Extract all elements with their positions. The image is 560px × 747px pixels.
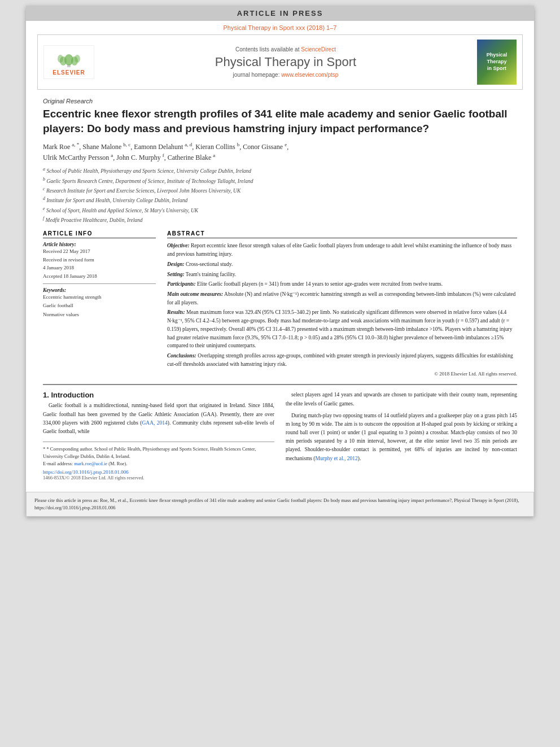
abstract-header: ABSTRACT xyxy=(167,230,517,238)
copyright-line: © 2018 Elsevier Ltd. All rights reserved… xyxy=(167,370,517,378)
keywords-label: Keywords: xyxy=(43,287,156,293)
journal-ref-text: Physical Therapy in Sport xxx (2018) 1–7 xyxy=(224,24,337,31)
intro-left-col: 1. Introduction Gaelic football is a mul… xyxy=(43,391,274,480)
received-date: Received 22 May 2017 xyxy=(43,247,156,255)
email-suffix: (M. Roe). xyxy=(108,461,127,466)
conclusions-label: Conclusions: xyxy=(167,353,196,359)
setting-text: Team's training facility. xyxy=(186,272,236,277)
objective-label: Objective: xyxy=(167,243,190,248)
journal-cover-text: PhysicalTherapyin Sport xyxy=(487,52,508,72)
abstract-text: Objective: Report eccentric knee flexor … xyxy=(167,242,517,378)
participants-label: Participants: xyxy=(167,281,196,287)
citation-text: Please cite this article in press as: Ro… xyxy=(34,497,519,510)
intro-paragraph-2: select players aged 14 years and upwards… xyxy=(286,391,517,408)
doi-line[interactable]: https://doi.org/10.1016/j.ptsp.2018.01.0… xyxy=(43,469,274,475)
accepted-date: Accepted 18 January 2018 xyxy=(43,272,156,280)
journal-center-info: Contents lists available at ScienceDirec… xyxy=(100,46,471,78)
history-label: Article history: xyxy=(43,242,156,247)
journal-cover-image: PhysicalTherapyin Sport xyxy=(477,40,517,85)
issn-line: 1466-853X/© 2018 Elsevier Ltd. All right… xyxy=(43,475,274,480)
intro-body-left: Gaelic football is a multidirectional, r… xyxy=(43,401,274,436)
article-title: Eccentric knee flexor strength profiles … xyxy=(43,107,517,136)
history-dates: Received 22 May 2017 Received in revised… xyxy=(43,247,156,280)
setting-paragraph: Setting: Team's training facility. xyxy=(167,270,517,279)
homepage-prefix: journal homepage: xyxy=(233,72,280,78)
participants-text: Elite Gaelic football players (n = 341) … xyxy=(197,281,443,287)
journal-header: ELSEVIER Contents lists available at Sci… xyxy=(37,34,523,90)
design-paragraph: Design: Cross-sectional study. xyxy=(167,260,517,269)
homepage-link[interactable]: www.elsevier.com/ptsp xyxy=(281,72,338,78)
footnote-email: E-mail address: mark.roe@ucd.ie (M. Roe)… xyxy=(43,460,274,468)
svg-point-5 xyxy=(75,55,80,63)
participants-paragraph: Participants: Elite Gaelic football play… xyxy=(167,280,517,289)
revised-date: 4 January 2018 xyxy=(43,264,156,272)
authors-line: Mark Roe a, *, Shane Malone b, c, Eamonn… xyxy=(43,141,517,163)
journal-title: Physical Therapy in Sport xyxy=(100,55,471,69)
introduction-section: 1. Introduction Gaelic football is a mul… xyxy=(43,391,517,480)
results-paragraph: Results: Mean maximum force was 329.4N (… xyxy=(167,308,517,350)
elsevier-wordmark: ELSEVIER xyxy=(53,69,85,76)
revised-label: Received in revised form xyxy=(43,256,156,264)
abstract-column: ABSTRACT Objective: Report eccentric kne… xyxy=(167,230,517,378)
page: ARTICLE IN PRESS Physical Therapy in Spo… xyxy=(26,6,534,517)
article-in-press-banner: ARTICLE IN PRESS xyxy=(26,6,534,21)
article-info-column: ARTICLE INFO Article history: Received 2… xyxy=(43,230,156,378)
objective-paragraph: Objective: Report eccentric knee flexor … xyxy=(167,242,517,258)
article-type: Original Research xyxy=(43,98,517,104)
intro-section-number: 1. Introduction xyxy=(43,391,274,399)
intro-paragraph-1: Gaelic football is a multidirectional, r… xyxy=(43,401,274,436)
article-info-header: ARTICLE INFO xyxy=(43,230,156,238)
section-divider xyxy=(43,384,517,385)
affiliations: a School of Public Health, Physiotherapy… xyxy=(43,166,517,225)
keywords-list: Eccentric hamstring strength Gaelic foot… xyxy=(43,293,156,319)
objective-text: Report eccentric knee flexor strength va… xyxy=(167,243,511,257)
intro-body-right: select players aged 14 years and upwards… xyxy=(286,391,517,463)
sciencedirect-link[interactable]: ScienceDirect xyxy=(301,46,336,53)
footnote-area: * * Corresponding author. School of Publ… xyxy=(43,442,274,467)
citation-box: Please cite this article in press as: Ro… xyxy=(26,492,534,517)
corresponding-author-text: * Corresponding author. School of Public… xyxy=(43,446,256,459)
results-text: Mean maximum force was 329.4N (95% CI 31… xyxy=(167,309,513,348)
intro-right-col: select players aged 14 years and upwards… xyxy=(286,391,517,480)
article-body: Original Research Eccentric knee flexor … xyxy=(26,92,534,486)
email-link[interactable]: mark.roe@ucd.ie xyxy=(74,461,107,466)
conclusions-paragraph: Conclusions: Overlapping strength profil… xyxy=(167,352,517,368)
measures-label: Main outcome measures: xyxy=(167,291,223,297)
design-label: Design: xyxy=(167,261,185,267)
footnote-corresponding: * * Corresponding author. School of Publ… xyxy=(43,445,274,460)
design-text: Cross-sectional study. xyxy=(186,261,233,267)
conclusions-text: Overlapping strength profiles across age… xyxy=(167,353,513,367)
article-info-abstract-section: ARTICLE INFO Article history: Received 2… xyxy=(43,230,517,378)
elsevier-logo: ELSEVIER xyxy=(43,45,94,79)
measures-paragraph: Main outcome measures: Absolute (N) and … xyxy=(167,290,517,307)
setting-label: Setting: xyxy=(167,272,185,277)
banner-text: ARTICLE IN PRESS xyxy=(237,9,323,18)
journal-reference: Physical Therapy in Sport xxx (2018) 1–7 xyxy=(26,21,534,32)
email-label: E-mail address: xyxy=(43,461,73,466)
info-divider xyxy=(43,283,156,284)
svg-point-4 xyxy=(58,55,63,63)
intro-paragraph-3: During match-play two opposing teams of … xyxy=(286,412,517,463)
gaa-link[interactable]: GAA, 2014 xyxy=(142,420,167,426)
murphy-link[interactable]: Murphy et al., 2012 xyxy=(316,456,358,461)
results-label: Results: xyxy=(167,309,185,315)
sciencedirect-prefix: Contents lists available at xyxy=(235,46,299,53)
homepage-line: journal homepage: www.elsevier.com/ptsp xyxy=(100,72,471,78)
sciencedirect-line: Contents lists available at ScienceDirec… xyxy=(100,46,471,53)
